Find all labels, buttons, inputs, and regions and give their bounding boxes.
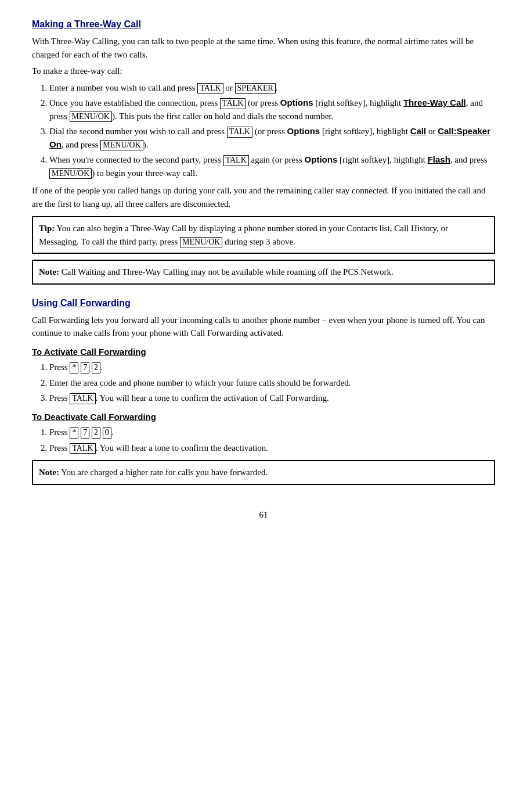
section2-intro: Call Forwarding lets you forward all you… [32, 314, 495, 340]
section2: Using Call Forwarding Call Forwarding le… [32, 296, 495, 485]
tip-label: Tip: [39, 224, 55, 233]
activate-step-3: Press TALK. You will hear a tone to conf… [49, 391, 495, 405]
deactivate-step-2: Press TALK. You will hear a tone to conf… [49, 441, 495, 455]
activate-heading: To Activate Call Forwarding [32, 346, 495, 359]
options-label-2: Options [287, 126, 320, 136]
key-menuok-3: MENU/OK [49, 168, 92, 179]
disconnect-text: If one of the people you called hangs up… [32, 184, 495, 210]
flash-label: Flash [428, 155, 450, 164]
key-2-1: 2 [92, 362, 100, 373]
key-2-2: 2 [92, 427, 100, 439]
key-menuok-tip: MENU/OK [180, 237, 222, 248]
note-box-1: Note: Call Waiting and Three-Way Calling… [32, 260, 495, 285]
intro-p2: To make a three-way call: [32, 64, 495, 78]
activate-step-1: Press * 7 2. [49, 361, 495, 374]
step-4: When you're connected to the second part… [49, 153, 495, 179]
key-talk-2: TALK [220, 98, 246, 109]
section2-title: Using Call Forwarding [32, 296, 495, 310]
note-box-2: Note: You are charged a higher rate for … [32, 460, 495, 485]
key-7-1: 7 [81, 362, 89, 373]
tip-text-after: during step 3 above. [222, 237, 295, 246]
tip-box: Tip: You can also begin a Three-Way Call… [32, 216, 495, 254]
intro-p1: With Three-Way Calling, you can talk to … [32, 35, 495, 61]
deactivate-heading: To Deactivate Call Forwarding [32, 411, 495, 424]
key-talk-1: TALK [197, 83, 223, 94]
activate-steps: Press * 7 2. Enter the area code and pho… [49, 361, 495, 405]
key-talk-4: TALK [223, 155, 249, 166]
options-label-1: Options [280, 98, 313, 107]
options-label-3: Options [305, 155, 338, 164]
deactivate-steps: Press * 7 2 0. Press TALK. You will hear… [49, 426, 495, 454]
note-label-1: Note: [39, 267, 59, 276]
key-speaker: SPEAKER [235, 83, 276, 94]
key-7-2: 7 [81, 427, 89, 439]
section1-title: Making a Three-Way Call [32, 17, 495, 31]
step-1: Enter a number you wish to call and pres… [49, 81, 495, 95]
key-menuok-1: MENU/OK [70, 112, 112, 123]
note-text-1: Call Waiting and Three-Way Calling may n… [62, 267, 394, 276]
page-number: 61 [32, 508, 495, 522]
key-0: 0 [103, 427, 111, 439]
step-2: Once you have established the connection… [49, 96, 495, 123]
deactivate-step-1: Press * 7 2 0. [49, 426, 495, 439]
activate-step-2: Enter the area code and phone number to … [49, 376, 495, 390]
key-talk-deactivate: TALK [70, 443, 95, 454]
three-way-steps: Enter a number you wish to call and pres… [49, 81, 495, 180]
key-talk-activate: TALK [70, 393, 95, 404]
key-star-1: * [70, 362, 78, 373]
note-text-2: You are charged a higher rate for calls … [61, 468, 268, 477]
key-star-2: * [70, 427, 78, 439]
step-3: Dial the second number you wish to call … [49, 125, 495, 151]
note-label-2: Note: [39, 468, 59, 477]
key-menuok-2: MENU/OK [100, 140, 143, 151]
page-content: Making a Three-Way Call With Three-Way C… [32, 17, 495, 521]
call-label: Call [410, 126, 427, 136]
key-talk-3: TALK [227, 127, 252, 138]
three-way-call-label: Three-Way Call [403, 98, 466, 107]
